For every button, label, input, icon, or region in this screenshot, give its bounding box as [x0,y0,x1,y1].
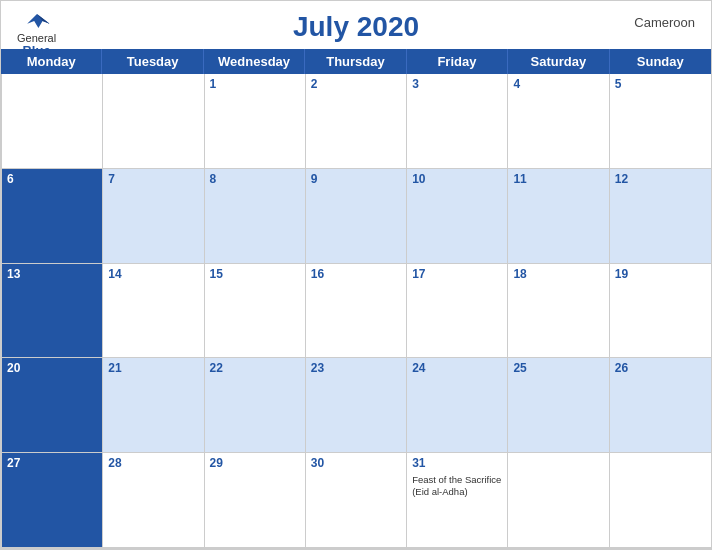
day-number: 15 [210,267,223,283]
calendar-cell [103,74,204,169]
country-label: Cameroon [634,15,695,30]
calendar-cell: 17 [407,264,508,359]
col-sunday: Sunday [610,49,711,74]
calendar-cell [508,453,609,548]
day-number: 6 [7,172,14,188]
day-number: 10 [412,172,425,188]
calendar-cell: 21 [103,358,204,453]
calendar-grid: 1234567891011121314151617181920212223242… [1,74,711,549]
calendar-cell: 8 [205,169,306,264]
day-number: 31 [412,456,425,472]
calendar-cell: 7 [103,169,204,264]
day-number: 12 [615,172,628,188]
calendar-cell: 18 [508,264,609,359]
day-number: 11 [513,172,526,188]
col-tuesday: Tuesday [102,49,203,74]
calendar-cell: 24 [407,358,508,453]
day-number: 5 [615,77,622,93]
day-number: 20 [7,361,20,377]
calendar-cell: 20 [2,358,103,453]
day-number: 21 [108,361,121,377]
logo-bird-icon [23,11,51,31]
day-number: 26 [615,361,628,377]
calendar-cell: 14 [103,264,204,359]
calendar-cell [610,453,711,548]
calendar-cell: 22 [205,358,306,453]
calendar-cell: 25 [508,358,609,453]
logo-blue-text: Blue [22,44,50,58]
day-number: 18 [513,267,526,283]
day-number: 29 [210,456,223,472]
col-saturday: Saturday [508,49,609,74]
calendar-cell: 23 [306,358,407,453]
svg-marker-0 [27,14,49,28]
logo: General Blue [17,11,56,58]
calendar-cell: 2 [306,74,407,169]
col-friday: Friday [407,49,508,74]
calendar-cell: 9 [306,169,407,264]
calendar: General Blue July 2020 Cameroon Monday T… [0,0,712,550]
day-number: 8 [210,172,217,188]
calendar-cell: 28 [103,453,204,548]
day-number: 19 [615,267,628,283]
calendar-cell: 6 [2,169,103,264]
day-number: 7 [108,172,115,188]
calendar-cell: 29 [205,453,306,548]
day-number: 28 [108,456,121,472]
day-number: 30 [311,456,324,472]
calendar-cell: 16 [306,264,407,359]
calendar-cell: 15 [205,264,306,359]
calendar-cell: 27 [2,453,103,548]
calendar-cell: 3 [407,74,508,169]
day-number: 17 [412,267,425,283]
calendar-cell: 31Feast of the Sacrifice (Eid al-Adha) [407,453,508,548]
calendar-cell: 4 [508,74,609,169]
day-number: 13 [7,267,20,283]
calendar-cell [2,74,103,169]
day-number: 14 [108,267,121,283]
calendar-header: General Blue July 2020 Cameroon [1,1,711,49]
day-number: 1 [210,77,217,93]
calendar-cell: 5 [610,74,711,169]
calendar-cell: 1 [205,74,306,169]
calendar-cell: 19 [610,264,711,359]
day-number: 23 [311,361,324,377]
calendar-cell: 13 [2,264,103,359]
calendar-title: July 2020 [293,11,419,43]
day-number: 25 [513,361,526,377]
calendar-cell: 10 [407,169,508,264]
day-number: 27 [7,456,20,472]
day-number: 3 [412,77,419,93]
day-number: 22 [210,361,223,377]
calendar-cell: 30 [306,453,407,548]
day-number: 2 [311,77,318,93]
day-number: 4 [513,77,520,93]
calendar-cell: 26 [610,358,711,453]
day-number: 24 [412,361,425,377]
calendar-cell: 12 [610,169,711,264]
event-label: Feast of the Sacrifice (Eid al-Adha) [412,474,502,499]
col-thursday: Thursday [305,49,406,74]
day-number: 16 [311,267,324,283]
calendar-cell: 11 [508,169,609,264]
col-wednesday: Wednesday [204,49,305,74]
day-number: 9 [311,172,318,188]
weekday-headers: Monday Tuesday Wednesday Thursday Friday… [1,49,711,74]
